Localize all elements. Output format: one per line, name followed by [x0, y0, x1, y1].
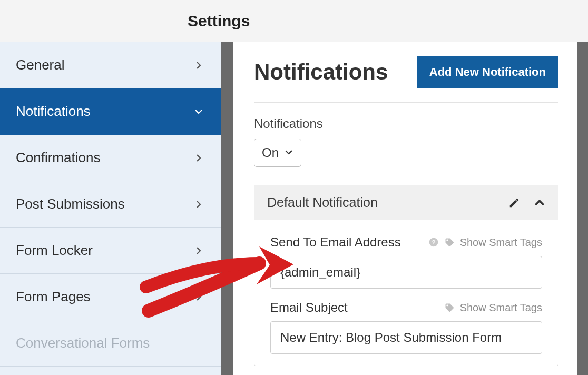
help-icon[interactable]: ? [428, 237, 439, 248]
add-new-notification-button[interactable]: Add New Notification [417, 56, 558, 88]
chevron-right-icon [194, 246, 203, 255]
notification-card-body: Send To Email Address ? Show Smart Tags [254, 220, 558, 354]
card-header-actions [508, 197, 545, 209]
sidebar-item-label: Post Submissions [16, 196, 125, 212]
notification-card-title: Default Notification [267, 195, 378, 210]
email-subject-input[interactable] [270, 321, 542, 354]
topbar-title: Settings [188, 12, 250, 30]
sidebar-item-label: Conversational Forms [16, 335, 150, 351]
sidebar-item-label: Notifications [16, 103, 91, 120]
sidebar-item-general[interactable]: General [0, 42, 221, 88]
sidebar-item-label: Form Pages [16, 289, 91, 305]
field-label-row: Email Subject Show Smart Tags [270, 300, 542, 315]
sidebar-item-conversational-forms[interactable]: Conversational Forms [0, 320, 221, 367]
email-subject-field: Email Subject Show Smart Tags [270, 300, 542, 354]
sidebar-item-form-pages[interactable]: Form Pages [0, 274, 221, 320]
page-header: Notifications Add New Notification [254, 56, 558, 103]
email-subject-label: Email Subject [270, 300, 348, 315]
main-wrap: Notifications Add New Notification Notif… [221, 42, 588, 375]
chevron-right-icon [194, 200, 203, 209]
chevron-down-icon [284, 145, 293, 160]
sidebar-item-confirmations[interactable]: Confirmations [0, 135, 221, 181]
field-label-row: Send To Email Address ? Show Smart Tags [270, 235, 542, 250]
notifications-label: Notifications [254, 116, 558, 131]
chevron-right-icon [194, 292, 203, 302]
notifications-toggle-select[interactable]: On [254, 139, 301, 167]
chevron-right-icon [194, 61, 203, 70]
field-meta: Show Smart Tags [444, 302, 542, 314]
chevron-right-icon [194, 153, 203, 163]
notification-card: Default Notification Send To Email Add [254, 185, 558, 366]
show-smart-tags-link[interactable]: Show Smart Tags [460, 236, 542, 249]
sidebar-item-label: General [16, 57, 65, 73]
settings-sidebar: General Notifications Confirmations Post… [0, 42, 221, 375]
sidebar-item-post-submissions[interactable]: Post Submissions [0, 181, 221, 228]
notification-card-header: Default Notification [254, 185, 558, 220]
send-to-label: Send To Email Address [270, 235, 401, 250]
edit-icon[interactable] [508, 197, 520, 209]
toggle-value: On [262, 145, 279, 160]
send-to-field: Send To Email Address ? Show Smart Tags [270, 235, 542, 289]
tag-icon[interactable] [444, 237, 455, 248]
sidebar-item-label: Confirmations [16, 150, 100, 166]
sidebar-item-notifications[interactable]: Notifications [0, 88, 221, 135]
send-to-email-input[interactable] [270, 256, 542, 289]
chevron-down-icon [194, 107, 203, 116]
layout: General Notifications Confirmations Post… [0, 42, 588, 375]
sidebar-item-form-locker[interactable]: Form Locker [0, 228, 221, 274]
chevron-up-icon[interactable] [534, 197, 545, 209]
sidebar-item-label: Form Locker [16, 242, 93, 259]
topbar: Settings [0, 0, 588, 42]
svg-text:?: ? [432, 239, 435, 245]
field-meta: ? Show Smart Tags [428, 236, 542, 249]
show-smart-tags-link[interactable]: Show Smart Tags [460, 302, 542, 314]
tag-icon[interactable] [444, 302, 455, 313]
page-title: Notifications [254, 60, 388, 85]
main-panel: Notifications Add New Notification Notif… [233, 42, 577, 375]
